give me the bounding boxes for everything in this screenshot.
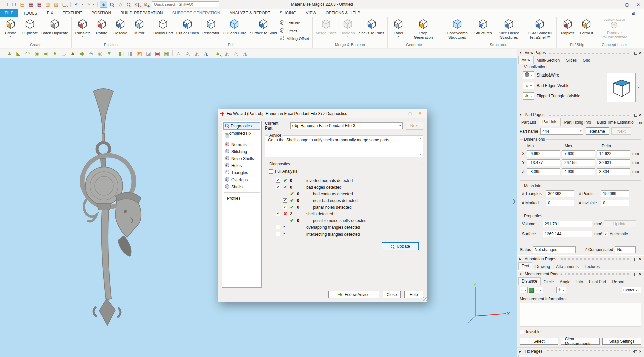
menu-item-options-help[interactable]: OPTIONS & HELP — [321, 9, 365, 17]
menu-item-view[interactable]: VIEW — [301, 9, 321, 17]
fix-wizard-nav-overlaps[interactable]: Overlaps — [223, 176, 260, 183]
mesh-value-marked[interactable]: 0 — [546, 200, 574, 206]
fix-pages-tab-overlap[interactable]: Overlap — [603, 356, 623, 357]
diagnostic-checkbox[interactable] — [276, 212, 280, 216]
cut-or-punch-button[interactable]: Cut or Punch — [175, 18, 201, 36]
close-section-icon[interactable]: ✕ — [639, 272, 642, 276]
export-part-icon[interactable]: ▨ — [52, 1, 60, 8]
shade-wire-dropdown[interactable]: ▼ — [523, 71, 534, 79]
fix-wizard-nav-normals[interactable]: Normals — [223, 141, 260, 148]
point-mode-2-combo[interactable]: ∴▼ — [535, 287, 543, 293]
cube-select-green-icon[interactable]: ◧ — [117, 49, 126, 57]
model-hanuman-pendant[interactable] — [80, 85, 181, 327]
view-pages-tab-grid[interactable]: Grid — [580, 57, 593, 64]
annotation-pages-tab-attachments[interactable]: Attachments — [553, 263, 582, 270]
flipped-triangles-visible-dropdown[interactable]: ▲▲▼ — [523, 92, 534, 100]
fix-pages-tab-basic[interactable]: Basic — [537, 356, 553, 357]
pin-icon[interactable] — [633, 113, 637, 117]
dialog-minimize-icon[interactable]: — — [395, 110, 405, 117]
cube-orange-face-icon[interactable]: ◩ — [135, 49, 144, 57]
mark-polyline-icon[interactable]: ◡ — [59, 49, 68, 57]
mesh-value-points[interactable]: 152099 — [601, 190, 629, 197]
mark-mesh-icon[interactable]: ▲ — [68, 49, 77, 57]
close-window-icon[interactable]: ✕ — [633, 0, 644, 9]
annotation-pages-tab-drawing[interactable]: Drawing — [532, 263, 553, 270]
minimize-window-icon[interactable]: – — [610, 0, 621, 9]
structures-button[interactable]: Structures — [473, 18, 493, 36]
mark-lasso-icon[interactable]: ● — [50, 49, 59, 57]
measurement-pages-tab-final-part[interactable]: Final Part — [586, 278, 609, 285]
header-drag-texture[interactable] — [549, 51, 630, 54]
toolbar-drag-handle-icon[interactable] — [1, 50, 3, 57]
delete-part-icon[interactable]: ▢✕ — [61, 1, 68, 8]
menu-item-slicing[interactable]: SLICING — [275, 9, 301, 17]
tab-scroll-right-icon[interactable]: ▶ — [641, 121, 643, 124]
mark-brush-icon[interactable]: ◆ — [77, 49, 87, 57]
measurement-pages-tab-info[interactable]: Info — [573, 278, 586, 285]
mirror-button[interactable]: Mirror — [130, 18, 149, 36]
rapidfit-button[interactable]: Rapidfit — [558, 18, 577, 36]
prop-generation-button[interactable]: Prop Generation — [408, 18, 439, 40]
dim-z-delta[interactable]: 8.304 — [597, 168, 630, 175]
triangle-gray-1-icon[interactable]: △ — [174, 49, 183, 57]
close-button[interactable]: Close — [383, 291, 401, 298]
dim-y-delta[interactable]: 39.631 — [597, 159, 630, 166]
zoom-scene-icon[interactable]: ◈ — [100, 1, 107, 8]
diagnostic-checkbox[interactable] — [283, 205, 287, 209]
view-pages-tab-multi-section[interactable]: Multi-Section — [534, 57, 563, 64]
mark-star-icon[interactable]: ✳ — [87, 49, 96, 57]
perforator-button[interactable]: Perforator — [201, 18, 221, 36]
panel-collapse-chevron-icon[interactable]: ❯ — [512, 199, 516, 204]
milling-offset-button[interactable]: Milling Offset — [279, 35, 309, 42]
view-cube-preview[interactable] — [607, 73, 636, 102]
collapse-triangle-icon[interactable]: ▼ — [519, 273, 523, 276]
fix-wizard-nav-noise-shells[interactable]: Noise Shells — [223, 155, 260, 162]
collapse-triangle-icon[interactable]: ▼ — [519, 113, 523, 116]
close-section-icon[interactable]: ✕ — [639, 257, 642, 261]
dim-y-max[interactable]: 26.155 — [562, 159, 595, 166]
surface-to-solid-button[interactable]: Surface to Solid — [248, 18, 278, 36]
cube-select-white-icon[interactable]: ◨ — [126, 49, 135, 57]
quick-search-input[interactable] — [152, 1, 219, 7]
mark-support-tree-icon[interactable]: ◉ — [32, 49, 41, 57]
triangle-gray-6-icon[interactable]: ◮ — [240, 49, 250, 57]
formfit-button[interactable]: FormFit — [577, 18, 596, 36]
part-pages-tab-build-time-estimation[interactable]: Build Time Estimation — [594, 119, 634, 126]
dsm-somos-tetrashell--button[interactable]: DSM Somos® TetraShell™ — [524, 18, 555, 40]
measurement-pages-header[interactable]: ▼ Measurement Pages ✕ — [517, 271, 644, 277]
collapse-triangle-icon[interactable]: ▼ — [519, 51, 523, 54]
zoom-out-icon[interactable]: ✕ — [133, 1, 141, 8]
menu-item-support-generation[interactable]: SUPPORT GENERATION — [168, 9, 225, 17]
import-part-icon[interactable]: ▧ — [44, 1, 51, 8]
close-section-icon[interactable]: ✕ — [639, 113, 642, 117]
header-drag-texture[interactable] — [545, 350, 630, 353]
advice-scroll-up-icon[interactable]: ▲ — [419, 137, 422, 140]
mark-cone-icon[interactable]: ▼ — [105, 49, 114, 57]
dialog-close-icon[interactable]: ✕ — [415, 110, 425, 117]
annotation-pages-tab-textures[interactable]: Textures — [582, 263, 603, 270]
mark-fan-icon[interactable]: ◎ — [96, 49, 105, 57]
annotation-pages-tab-text[interactable]: Text — [518, 262, 532, 270]
part-pages-tab-part-info[interactable]: Part Info — [539, 118, 561, 126]
diagnostic-checkbox[interactable] — [276, 185, 280, 189]
cube-plain-icon[interactable]: ◪ — [144, 49, 153, 57]
fix-pages-tab-triangle[interactable]: Triangle — [568, 356, 588, 357]
open-file-icon[interactable]: ▤ — [19, 1, 26, 8]
fix-wizard-nav-combined-fix[interactable]: Combined Fix — [223, 130, 260, 137]
fix-wizard-nav-triangles[interactable]: Triangles — [223, 169, 260, 176]
triangle-gray-2-icon[interactable]: ◬ — [183, 49, 192, 57]
batch-duplicate-button[interactable]: Batch Duplicate — [40, 18, 70, 36]
part-pages-tab-part-list[interactable]: Part List — [518, 119, 539, 126]
create-button[interactable]: Create▼ — [1, 18, 20, 38]
preview-caret-icon[interactable]: ▼ — [637, 86, 640, 89]
save-as-icon[interactable]: ▦ — [36, 1, 43, 8]
slice-based-structures-button[interactable]: Slice Based Structures — [493, 18, 524, 40]
full-analysis-checkbox[interactable] — [269, 169, 273, 174]
mesh-value-triangles[interactable]: 304362 — [546, 190, 574, 197]
header-drag-texture[interactable] — [559, 258, 630, 260]
follow-advice-button[interactable]: ➔ Follow Advice — [328, 291, 379, 298]
translate-button[interactable]: Translate▼ — [73, 18, 93, 38]
triangle-gray-4-icon[interactable]: ◭ — [222, 49, 231, 57]
save-icon[interactable]: ▦ — [27, 1, 35, 8]
mark-support-curve-icon[interactable]: ◠ — [23, 49, 32, 57]
